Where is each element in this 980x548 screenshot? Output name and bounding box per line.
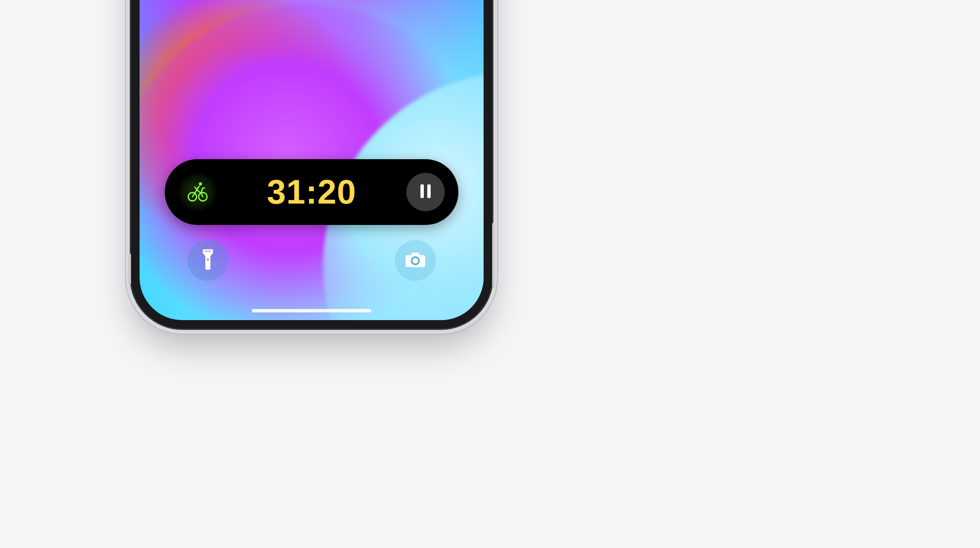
live-activity-pill[interactable]: 31:20: [165, 159, 458, 225]
svg-rect-5: [204, 251, 211, 252]
flashlight-button[interactable]: [187, 240, 228, 281]
camera-icon: [405, 251, 426, 270]
volume-button[interactable]: [128, 254, 131, 284]
camera-button[interactable]: [395, 240, 436, 281]
workout-elapsed-time: 31:20: [267, 175, 356, 209]
pause-button[interactable]: [406, 173, 445, 211]
side-button[interactable]: [492, 223, 495, 287]
cycling-icon: [187, 180, 209, 204]
svg-rect-4: [427, 184, 431, 198]
svg-point-2: [199, 182, 202, 185]
flashlight-icon: [200, 248, 216, 272]
pause-icon: [419, 184, 432, 201]
workout-type-indicator: [178, 173, 217, 211]
lock-screen: 31:20: [140, 0, 484, 320]
home-indicator[interactable]: [252, 309, 371, 312]
svg-point-6: [207, 258, 209, 261]
phone-frame: 31:20: [131, 0, 492, 329]
svg-rect-3: [420, 184, 424, 198]
